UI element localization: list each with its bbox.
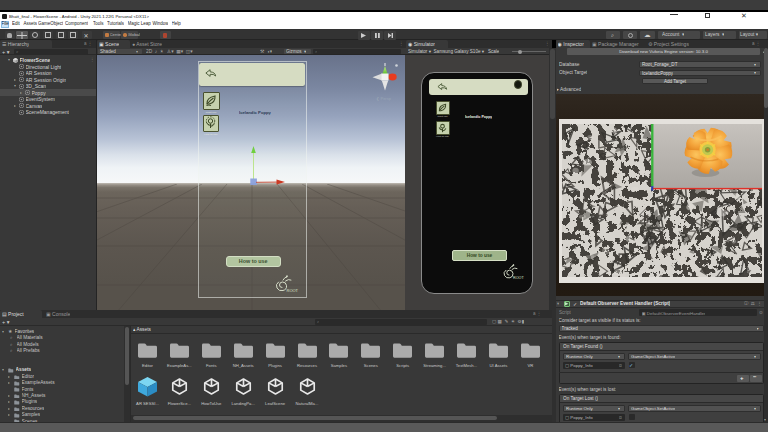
svg-text:ROOT: ROOT [287,287,299,292]
svg-text:ROOT: ROOT [513,275,524,279]
